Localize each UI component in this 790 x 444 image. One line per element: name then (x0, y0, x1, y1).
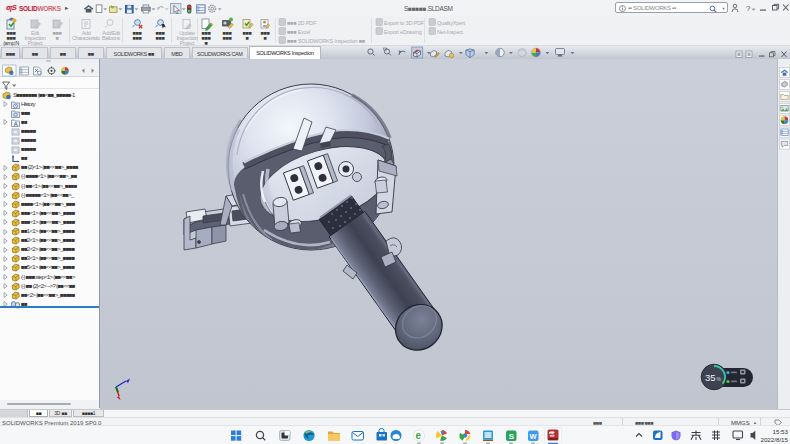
svg-text:A: A (14, 121, 19, 127)
svg-text:%: % (717, 376, 722, 382)
svg-text:S: S (509, 432, 515, 441)
svg-text:15:53: 15:53 (773, 428, 789, 435)
svg-text:e: e (416, 430, 422, 441)
svg-text:W: W (530, 432, 538, 441)
svg-text:35: 35 (705, 372, 716, 383)
svg-text:?: ? (746, 4, 751, 13)
svg-text:2022/8/15: 2022/8/15 (760, 436, 788, 443)
